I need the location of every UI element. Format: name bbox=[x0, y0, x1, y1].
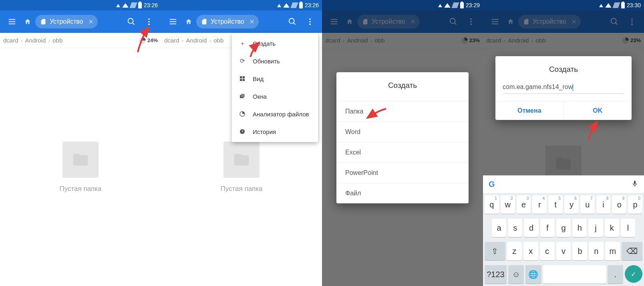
key-f[interactable]: f bbox=[540, 219, 555, 237]
key-g[interactable]: g bbox=[556, 219, 571, 237]
location-chip[interactable]: Устройство bbox=[357, 15, 420, 28]
key-e[interactable]: e3 bbox=[517, 195, 531, 214]
folder-name-input[interactable]: com.ea.game.nfs14_row bbox=[503, 81, 624, 94]
crumb[interactable]: Android bbox=[186, 37, 207, 44]
key-a[interactable]: a bbox=[492, 219, 506, 237]
cancel-button[interactable]: Отмена bbox=[495, 101, 564, 120]
menu-view[interactable]: Вид bbox=[232, 70, 318, 87]
key-x[interactable]: x bbox=[523, 242, 538, 260]
create-option-powerpoint[interactable]: PowerPoint bbox=[336, 162, 469, 183]
overflow-button[interactable] bbox=[141, 14, 157, 30]
cell-icon bbox=[129, 2, 137, 8]
enter-key[interactable]: ✓ bbox=[625, 265, 642, 283]
create-option-word[interactable]: Word bbox=[336, 122, 469, 142]
key-z[interactable]: z bbox=[507, 242, 522, 260]
menu-button[interactable] bbox=[487, 14, 503, 30]
crumb[interactable]: obb bbox=[52, 37, 62, 44]
key-s[interactable]: s bbox=[508, 219, 522, 237]
plus-icon: ＋ bbox=[238, 40, 246, 47]
key-r[interactable]: r4 bbox=[532, 195, 547, 214]
space-key[interactable] bbox=[543, 265, 606, 284]
keyboard[interactable]: G q1w2e3r4t5y6u7i8o9p0 asdfghjkl ⇧ zxcvb… bbox=[483, 175, 644, 286]
globe-key[interactable]: 🌐 bbox=[525, 265, 541, 284]
key-m[interactable]: m bbox=[605, 242, 620, 260]
crumb[interactable]: Android bbox=[347, 37, 368, 44]
key-v[interactable]: v bbox=[556, 242, 571, 260]
google-icon[interactable]: G bbox=[489, 180, 495, 189]
menu-button[interactable] bbox=[165, 14, 181, 30]
symbols-key[interactable]: ?123 bbox=[485, 265, 507, 284]
menu-analyzer[interactable]: Анализатор файлов bbox=[232, 105, 318, 123]
search-button[interactable] bbox=[284, 14, 300, 30]
backspace-key[interactable]: ⌫ bbox=[622, 242, 642, 260]
clock: 23:26 bbox=[144, 2, 158, 8]
storage-badge[interactable]: 23% bbox=[461, 37, 480, 44]
home-button[interactable] bbox=[183, 14, 195, 30]
key-h[interactable]: h bbox=[572, 219, 587, 237]
crumb[interactable]: Android bbox=[508, 37, 529, 44]
key-b[interactable]: b bbox=[572, 242, 587, 260]
location-chip[interactable]: Устройство bbox=[518, 15, 581, 28]
search-button[interactable] bbox=[606, 14, 622, 30]
svg-point-34 bbox=[470, 18, 472, 20]
pie-icon bbox=[139, 37, 146, 44]
chip-close[interactable] bbox=[248, 17, 256, 26]
overflow-button[interactable] bbox=[624, 14, 640, 30]
crumb[interactable]: dcard bbox=[3, 37, 18, 44]
key-q[interactable]: q1 bbox=[485, 195, 499, 214]
location-chip[interactable]: Устройство bbox=[35, 15, 98, 28]
empty-label: Пустая папка bbox=[59, 185, 101, 193]
menu-history[interactable]: История bbox=[232, 123, 318, 140]
create-option-folder[interactable]: Папка bbox=[336, 101, 469, 122]
home-button[interactable] bbox=[344, 14, 356, 30]
key-o[interactable]: o9 bbox=[612, 195, 626, 214]
shift-key[interactable]: ⇧ bbox=[485, 242, 505, 260]
key-j[interactable]: j bbox=[588, 219, 603, 237]
svg-rect-23 bbox=[243, 79, 245, 81]
storage-badge[interactable]: 23% bbox=[622, 37, 641, 44]
menu-button[interactable] bbox=[4, 14, 20, 30]
menu-windows[interactable]: Окна bbox=[232, 87, 318, 105]
key-l[interactable]: l bbox=[621, 219, 635, 237]
dot-key[interactable]: . bbox=[608, 265, 623, 284]
mic-icon[interactable] bbox=[631, 180, 638, 189]
key-d[interactable]: d bbox=[524, 219, 538, 237]
battery-icon bbox=[460, 2, 464, 8]
search-button[interactable] bbox=[123, 14, 139, 30]
crumb[interactable]: obb bbox=[374, 37, 384, 44]
crumb[interactable]: obb bbox=[535, 37, 545, 44]
key-n[interactable]: n bbox=[589, 242, 604, 260]
crumb[interactable]: dcard bbox=[325, 37, 340, 44]
emoji-key[interactable]: ☺ bbox=[508, 265, 524, 284]
overflow-button[interactable] bbox=[463, 14, 479, 30]
chip-close[interactable] bbox=[87, 17, 95, 26]
status-bar: 23:26 bbox=[161, 0, 322, 10]
location-chip[interactable]: Устройство bbox=[196, 15, 259, 28]
home-button[interactable] bbox=[22, 14, 34, 30]
key-t[interactable]: t5 bbox=[548, 195, 563, 214]
key-i[interactable]: i8 bbox=[596, 195, 611, 214]
crumb[interactable]: Android bbox=[25, 37, 46, 44]
create-option-file[interactable]: Файл bbox=[336, 183, 469, 203]
key-c[interactable]: c bbox=[540, 242, 555, 260]
storage-badge[interactable]: 24% bbox=[139, 37, 158, 44]
ok-button[interactable]: OK bbox=[564, 101, 632, 120]
key-y[interactable]: y6 bbox=[564, 195, 579, 214]
menu-refresh[interactable]: ⟳Обновить bbox=[232, 52, 318, 70]
app-bar: Устройство bbox=[322, 10, 483, 33]
chip-close[interactable] bbox=[409, 17, 417, 26]
create-option-excel[interactable]: Excel bbox=[336, 142, 469, 162]
key-p[interactable]: p0 bbox=[628, 195, 642, 214]
key-k[interactable]: k bbox=[605, 219, 619, 237]
crumb[interactable]: dcard bbox=[164, 37, 179, 44]
key-u[interactable]: u7 bbox=[580, 195, 595, 214]
menu-button[interactable] bbox=[326, 14, 342, 30]
search-button[interactable] bbox=[445, 14, 461, 30]
chip-close[interactable] bbox=[570, 17, 578, 26]
home-button[interactable] bbox=[505, 14, 517, 30]
overflow-button[interactable] bbox=[302, 14, 318, 30]
crumb[interactable]: dcard bbox=[486, 37, 501, 44]
menu-create[interactable]: ＋Создать bbox=[232, 34, 318, 52]
crumb[interactable]: obb bbox=[213, 37, 223, 44]
key-w[interactable]: w2 bbox=[501, 195, 515, 214]
